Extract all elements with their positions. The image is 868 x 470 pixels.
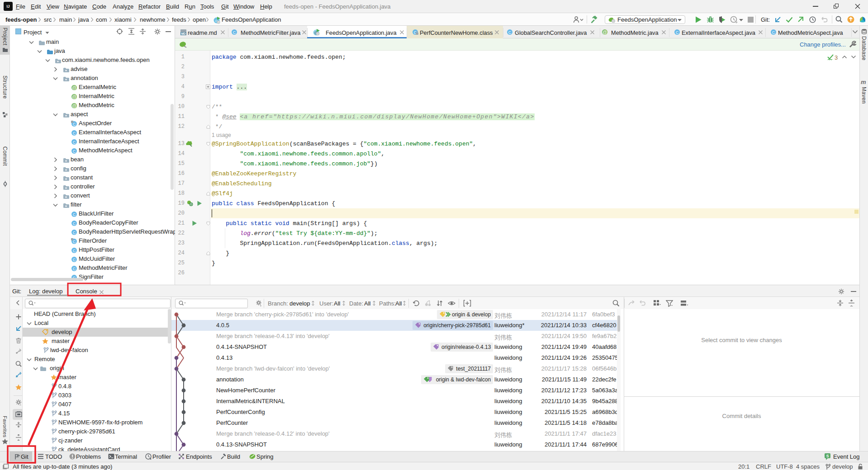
svg-text:C: C: [233, 30, 236, 35]
svg-text:C: C: [508, 30, 512, 35]
svg-text:S: S: [826, 454, 829, 458]
svg-text:C: C: [676, 30, 679, 35]
svg-text:C: C: [772, 30, 775, 35]
svg-text:@: @: [602, 30, 607, 35]
